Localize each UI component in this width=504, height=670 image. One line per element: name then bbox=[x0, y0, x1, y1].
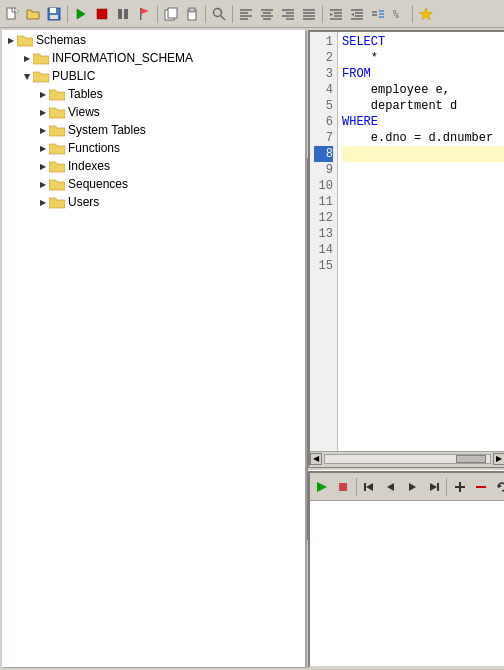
outdent-button[interactable] bbox=[347, 4, 367, 24]
comment-button[interactable] bbox=[368, 4, 388, 24]
svg-rect-6 bbox=[97, 9, 107, 19]
expand-arrow-system-tables[interactable] bbox=[37, 124, 49, 136]
new-file-button[interactable] bbox=[2, 4, 22, 24]
svg-rect-3 bbox=[50, 8, 56, 13]
result-delete-button[interactable] bbox=[471, 477, 491, 497]
align-right-button[interactable] bbox=[278, 4, 298, 24]
result-first-button[interactable] bbox=[360, 477, 380, 497]
run-button[interactable] bbox=[71, 4, 91, 24]
hscroll-thumb[interactable] bbox=[456, 455, 486, 463]
svg-rect-8 bbox=[124, 9, 128, 19]
expand-arrow-users[interactable] bbox=[37, 196, 49, 208]
line-num-8: 8 bbox=[314, 146, 333, 162]
svg-text:%: % bbox=[393, 9, 399, 20]
tree-item-indexes[interactable]: Indexes bbox=[3, 157, 305, 175]
folder-icon-users bbox=[49, 196, 65, 209]
result-last-button[interactable] bbox=[423, 477, 443, 497]
align-center-button[interactable] bbox=[257, 4, 277, 24]
expand-arrow-schemas[interactable] bbox=[5, 34, 17, 46]
tree-label-sequences: Sequences bbox=[68, 177, 128, 191]
result-next-button[interactable] bbox=[402, 477, 422, 497]
code-line-7: e.dno = d.dnumber bbox=[342, 130, 504, 146]
main-container: Schemas INFORMATION_SCHEMA PUBLIC Tables bbox=[0, 28, 504, 670]
code-content[interactable]: SELECT * FROM employee e, department d W… bbox=[338, 32, 504, 451]
scroll-left-button[interactable]: ◀ bbox=[310, 453, 322, 465]
folder-icon-indexes bbox=[49, 160, 65, 173]
result-add-button[interactable] bbox=[450, 477, 470, 497]
editor-hscroll[interactable]: ◀ ▶ 6 bbox=[310, 451, 504, 465]
justify-button[interactable] bbox=[299, 4, 319, 24]
line-num-4: 4 bbox=[314, 82, 333, 98]
expand-arrow-public[interactable] bbox=[21, 70, 33, 82]
save-file-button[interactable] bbox=[44, 4, 64, 24]
svg-line-16 bbox=[221, 15, 226, 20]
stop-button[interactable] bbox=[92, 4, 112, 24]
expand-arrow-sequences[interactable] bbox=[37, 178, 49, 190]
sep3 bbox=[205, 5, 206, 23]
svg-rect-0 bbox=[7, 8, 15, 19]
result-sep1 bbox=[356, 478, 357, 496]
tree-item-views[interactable]: Views bbox=[3, 103, 305, 121]
expand-arrow-tables[interactable] bbox=[37, 88, 49, 100]
svg-rect-12 bbox=[168, 8, 177, 18]
code-line-4: employee e, bbox=[342, 82, 504, 98]
expand-arrow-functions[interactable] bbox=[37, 142, 49, 154]
favorite-button[interactable] bbox=[416, 4, 436, 24]
line-num-10: 10 bbox=[314, 178, 333, 194]
hscroll-track[interactable] bbox=[324, 454, 491, 464]
svg-rect-7 bbox=[118, 9, 122, 19]
results-content[interactable] bbox=[310, 501, 504, 666]
align-left-button[interactable] bbox=[236, 4, 256, 24]
expand-arrow-views[interactable] bbox=[37, 106, 49, 118]
open-file-button[interactable] bbox=[23, 4, 43, 24]
code-line-9 bbox=[342, 162, 504, 178]
line-num-15: 15 bbox=[314, 258, 333, 274]
result-run-button[interactable] bbox=[312, 477, 332, 497]
uncomment-button[interactable]: % bbox=[389, 4, 409, 24]
tree-item-schemas[interactable]: Schemas bbox=[3, 31, 305, 49]
pause-button[interactable] bbox=[113, 4, 133, 24]
expand-arrow-info[interactable] bbox=[21, 52, 33, 64]
copy-button[interactable] bbox=[161, 4, 181, 24]
expand-arrow-indexes[interactable] bbox=[37, 160, 49, 172]
svg-rect-51 bbox=[339, 483, 347, 491]
results-area bbox=[308, 471, 504, 668]
tree-item-sequences[interactable]: Sequences bbox=[3, 175, 305, 193]
code-line-15 bbox=[342, 258, 504, 274]
tree-label-public: PUBLIC bbox=[52, 69, 95, 83]
result-refresh-button[interactable] bbox=[492, 477, 504, 497]
flag-button[interactable] bbox=[134, 4, 154, 24]
folder-icon-info-schema bbox=[33, 52, 49, 65]
code-line-8[interactable] bbox=[342, 146, 504, 162]
search-button[interactable] bbox=[209, 4, 229, 24]
tree-item-info-schema[interactable]: INFORMATION_SCHEMA bbox=[3, 49, 305, 67]
tree-panel[interactable]: Schemas INFORMATION_SCHEMA PUBLIC Tables bbox=[2, 30, 307, 668]
results-toolbar bbox=[310, 473, 504, 501]
line-num-9: 9 bbox=[314, 162, 333, 178]
folder-icon-system-tables bbox=[49, 124, 65, 137]
svg-marker-61 bbox=[498, 484, 502, 488]
tree-item-system-tables[interactable]: System Tables bbox=[3, 121, 305, 139]
line-num-13: 13 bbox=[314, 226, 333, 242]
svg-marker-5 bbox=[77, 9, 85, 19]
tree-item-public[interactable]: PUBLIC bbox=[3, 67, 305, 85]
code-line-5: department d bbox=[342, 98, 504, 114]
tree-label-tables: Tables bbox=[68, 87, 103, 101]
code-line-2: * bbox=[342, 50, 504, 66]
svg-marker-10 bbox=[141, 8, 149, 14]
folder-icon-tables bbox=[49, 88, 65, 101]
line-num-6: 6 bbox=[314, 114, 333, 130]
line-numbers: 1 2 3 4 5 6 7 8 9 10 11 12 13 14 15 bbox=[310, 32, 338, 451]
tree-item-tables[interactable]: Tables bbox=[3, 85, 305, 103]
scroll-right-button[interactable]: ▶ bbox=[493, 453, 504, 465]
tree-item-users[interactable]: Users bbox=[3, 193, 305, 211]
paste-button[interactable] bbox=[182, 4, 202, 24]
result-prev-button[interactable] bbox=[381, 477, 401, 497]
tree-item-functions[interactable]: Functions bbox=[3, 139, 305, 157]
editor-area[interactable]: 1 2 3 4 5 6 7 8 9 10 11 12 13 14 15 bbox=[308, 30, 504, 467]
line-num-7: 7 bbox=[314, 130, 333, 146]
line-num-11: 11 bbox=[314, 194, 333, 210]
code-editor[interactable]: 1 2 3 4 5 6 7 8 9 10 11 12 13 14 15 bbox=[310, 32, 504, 451]
result-stop-button[interactable] bbox=[333, 477, 353, 497]
indent-button[interactable] bbox=[326, 4, 346, 24]
